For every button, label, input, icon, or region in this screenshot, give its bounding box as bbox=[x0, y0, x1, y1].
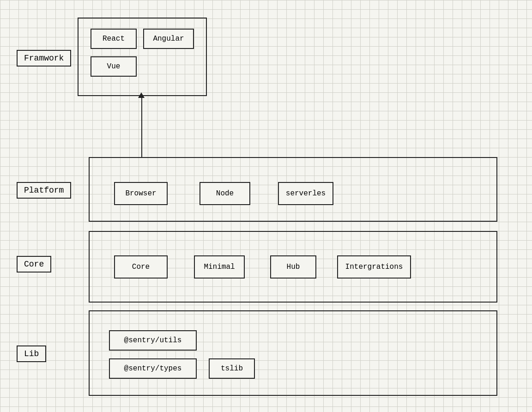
arrow-line bbox=[141, 96, 142, 157]
framework-item-vue[interactable]: Vue bbox=[91, 56, 137, 77]
framework-label: Framwork bbox=[17, 50, 71, 67]
lib-label: Lib bbox=[17, 345, 46, 362]
lib-item-sentry-types[interactable]: @sentry/types bbox=[109, 358, 197, 379]
framework-item-angular[interactable]: Angular bbox=[143, 29, 194, 49]
framework-item-react[interactable]: React bbox=[91, 29, 137, 49]
platform-item-browser[interactable]: Browser bbox=[114, 182, 168, 205]
platform-item-serverles[interactable]: serverles bbox=[278, 182, 333, 205]
core-item-minimal[interactable]: Minimal bbox=[194, 255, 245, 279]
lib-container bbox=[89, 310, 497, 396]
arrow-head bbox=[138, 92, 145, 98]
core-item-hub[interactable]: Hub bbox=[270, 255, 316, 279]
lib-item-tslib[interactable]: tslib bbox=[209, 358, 255, 379]
platform-item-node[interactable]: Node bbox=[200, 182, 250, 205]
lib-item-sentry-utils[interactable]: @sentry/utils bbox=[109, 330, 197, 351]
platform-label: Platform bbox=[17, 182, 71, 199]
core-label: Core bbox=[17, 256, 51, 273]
diagram-canvas: Framwork React Angular Vue Platform Brow… bbox=[0, 0, 532, 412]
core-item-integrations[interactable]: Intergrations bbox=[337, 255, 411, 279]
core-item-core[interactable]: Core bbox=[114, 255, 168, 279]
